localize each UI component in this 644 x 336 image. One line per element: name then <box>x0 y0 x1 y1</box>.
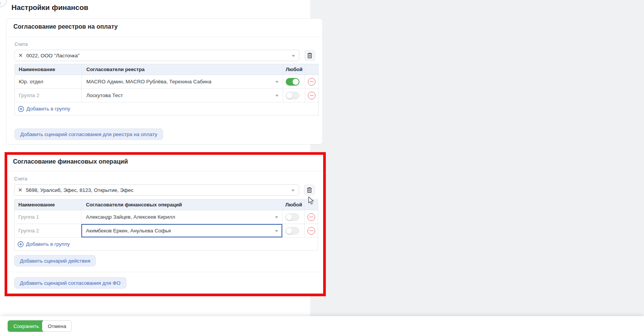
dropdown-caret-icon <box>275 95 278 97</box>
any-approver-toggle[interactable] <box>286 92 299 99</box>
minus-circle-icon[interactable] <box>307 227 315 235</box>
dropdown-caret-icon <box>275 230 278 232</box>
approvers-select-cell[interactable]: MACRO Админ, MACRO Рублёва, Терехина Саб… <box>82 75 283 88</box>
toggle-knob <box>286 214 292 220</box>
approvers-value: Акимбеков Еркин, Анульева Софья <box>86 228 171 234</box>
table-row: Юр. отдел MACRO Админ, MACRO Рублёва, Те… <box>15 75 318 89</box>
group-name-cell[interactable]: Группа 2 <box>15 89 82 102</box>
add-group-row: Добавить в группу <box>15 238 318 250</box>
add-fo-scenario-button[interactable]: Добавить сценарий согласования для ФО <box>14 277 126 289</box>
minus-circle-icon[interactable] <box>308 92 316 99</box>
page-title: Настройки финансов <box>11 3 88 12</box>
dropdown-caret-icon <box>292 55 295 57</box>
table-row: Группа 2 Акимбеков Еркин, Анульева Софья <box>15 224 318 238</box>
accounts-label: Счета <box>15 42 28 47</box>
highlight-red-rectangle: Согласование финансовых операций Счета ✕… <box>5 152 326 296</box>
toggle-knob <box>286 228 292 234</box>
plus-circle-icon <box>18 241 24 247</box>
accounts-select[interactable]: ✕ 0022, ООО "Ласточка" <box>15 50 299 61</box>
card-title: Согласование реестров на оплату <box>13 23 118 30</box>
column-header-any: Любой <box>283 200 305 210</box>
accounts-select-value: 0022, ООО "Ласточка" <box>26 53 79 58</box>
add-group-row: Добавить в группу <box>15 102 318 115</box>
save-button[interactable]: Сохранить <box>8 320 45 332</box>
trash-icon <box>307 52 312 58</box>
approvers-select-cell[interactable]: Лоскутова Тест <box>82 89 283 102</box>
toggle-knob <box>293 79 299 85</box>
table-row: Группа 2 Лоскутова Тест <box>15 89 318 102</box>
any-approver-toggle[interactable] <box>285 213 299 221</box>
accounts-select-value: 5698, Уралсиб, Эфес, 8123, Открытие, Эфе… <box>26 187 134 193</box>
column-header-name: Наименование <box>15 200 81 210</box>
column-header-approvers: Согласователи реестра <box>82 64 283 75</box>
plus-circle-icon <box>18 106 24 112</box>
approvers-value: Лоскутова Тест <box>86 93 123 98</box>
column-header-remove <box>305 64 318 75</box>
group-name-cell[interactable]: Группа 2 <box>15 224 81 237</box>
column-header-any: Любой <box>283 64 305 75</box>
group-name-cell[interactable]: Группа 1 <box>15 210 81 224</box>
table-header-row: Наименование Согласователи реестра Любой <box>15 64 318 75</box>
approvers-table: Наименование Согласователи финансовых оп… <box>14 199 318 251</box>
add-group-link[interactable]: Добавить в группу <box>18 106 70 112</box>
approvers-table: Наименование Согласователи реестра Любой… <box>15 64 319 115</box>
footer-action-bar: Сохранить Отмена <box>0 316 644 336</box>
add-group-link[interactable]: Добавить в группу <box>18 241 70 247</box>
group-name-cell[interactable]: Юр. отдел <box>15 75 82 88</box>
add-action-scenario-button[interactable]: Добавить сценарий действия <box>14 255 96 266</box>
column-header-name: Наименование <box>15 64 82 75</box>
dropdown-caret-icon <box>291 190 294 192</box>
toggle-knob <box>286 93 293 99</box>
dropdown-caret-icon <box>275 81 278 83</box>
registry-approval-card: Согласование реестров на оплату Счета ✕ … <box>6 18 323 144</box>
cursor-pointer-icon <box>308 196 315 205</box>
approvers-select-cell-focused[interactable]: Акимбеков Еркин, Анульева Софья <box>81 224 283 237</box>
cancel-button[interactable]: Отмена <box>42 320 72 332</box>
card-title: Согласование финансовых операций <box>13 158 128 165</box>
card-footer-divider <box>7 272 323 272</box>
finops-approval-card: Согласование финансовых операций Счета ✕… <box>7 155 323 294</box>
add-group-label: Добавить в группу <box>26 241 70 247</box>
card-header-divider <box>6 37 322 37</box>
clear-x-icon[interactable]: ✕ <box>18 187 23 193</box>
approvers-value: Александр Зайцев, Алексеев Кирилл <box>86 214 175 220</box>
table-row: Группа 1 Александр Зайцев, Алексеев Кири… <box>15 210 318 224</box>
trash-icon <box>307 187 312 193</box>
any-approver-toggle[interactable] <box>285 227 299 235</box>
approvers-select-cell[interactable]: Александр Зайцев, Алексеев Кирилл <box>81 210 283 224</box>
accounts-select[interactable]: ✕ 5698, Уралсиб, Эфес, 8123, Открытие, Э… <box>14 184 299 196</box>
add-registry-scenario-button[interactable]: Добавить сценарий согласования для реест… <box>15 128 163 140</box>
minus-circle-icon[interactable] <box>307 213 315 221</box>
minus-circle-icon[interactable] <box>308 78 316 86</box>
dropdown-caret-icon <box>275 216 278 218</box>
chevron-left-icon: ‹ <box>0 0 1 6</box>
accounts-label: Счета <box>14 176 27 182</box>
approvers-value: MACRO Админ, MACRO Рублёва, Терехина Саб… <box>86 79 211 84</box>
clear-x-icon[interactable]: ✕ <box>18 53 23 58</box>
card-header-divider <box>7 171 323 171</box>
delete-scenario-button[interactable] <box>304 50 315 61</box>
any-approver-toggle[interactable] <box>286 78 299 86</box>
add-group-label: Добавить в группу <box>26 106 70 112</box>
column-header-approvers: Согласователи финансовых операций <box>81 200 283 210</box>
table-header-row: Наименование Согласователи финансовых оп… <box>15 200 318 210</box>
delete-scenario-button[interactable] <box>304 185 315 195</box>
